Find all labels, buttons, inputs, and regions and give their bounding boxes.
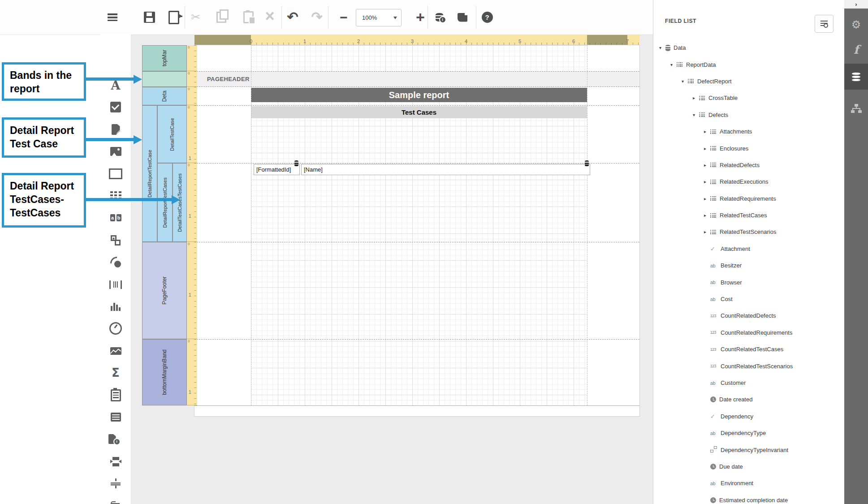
toolbox-page-info-control[interactable]: i (100, 432, 131, 446)
field-list-item[interactable]: Estimated completion date (653, 492, 845, 504)
caret-down-icon[interactable] (670, 62, 677, 67)
caret-right-icon[interactable] (704, 129, 710, 134)
delete-button[interactable] (263, 0, 277, 34)
field-list-item[interactable]: CountRelatedTestCases (653, 341, 845, 358)
toolbox-checkbox-control[interactable] (100, 100, 131, 114)
paste-button[interactable] (241, 0, 255, 34)
toolbox-picture-control[interactable] (100, 145, 131, 158)
caret-down-icon[interactable] (682, 79, 688, 84)
field-list-item[interactable]: Besitzer (653, 257, 845, 274)
export-button[interactable] (167, 0, 181, 34)
field-list-item[interactable]: Due date (653, 458, 845, 475)
caret-down-icon[interactable] (659, 45, 665, 50)
toolbox-page-break-control[interactable] (100, 455, 131, 468)
menu-button[interactable] (106, 0, 119, 34)
field-list-item[interactable]: CountRelatedTestScenarios (653, 358, 845, 374)
caret-right-icon[interactable] (704, 196, 710, 201)
field-list-item[interactable]: Enclosures (653, 140, 845, 156)
toolbox-barcode-control[interactable] (100, 278, 131, 291)
band-top-margin[interactable]: topMar (142, 45, 187, 71)
field-list-item[interactable]: ReportData (653, 56, 845, 73)
copy-button[interactable] (214, 0, 229, 34)
vertical-ruler-segment: 0 (187, 87, 197, 105)
field-list-item[interactable]: RelatedTestScenarios (653, 224, 845, 240)
field-list-item[interactable]: CrossTable (653, 90, 845, 106)
field-list-item[interactable]: Date created (653, 391, 845, 408)
toolbox-richtext-control[interactable] (100, 123, 131, 136)
field-list-item[interactable]: RelatedDefects (653, 157, 845, 173)
field-list-item[interactable]: CountRelatedRequirements (653, 324, 845, 341)
toolbox-summary-control[interactable] (100, 366, 131, 379)
toolbox-chart-control[interactable] (100, 300, 131, 313)
toolbox-table-of-contents-control[interactable] (100, 410, 131, 424)
undo-button[interactable] (285, 0, 300, 34)
callout-arrow (86, 198, 172, 201)
toolbox-shape-control[interactable] (100, 255, 131, 269)
field-list-item[interactable]: RelatedRequirements (653, 190, 845, 207)
field-cell-formatted-id[interactable]: [FormattedId] (254, 164, 300, 175)
toolbox-cross-band-box-control[interactable] (100, 499, 131, 504)
sidebar-properties-button[interactable]: ⚙ (844, 12, 868, 37)
scripts-button[interactable] (454, 0, 471, 34)
band-page-footer[interactable]: PageFooter (142, 242, 187, 339)
band-bottom-margin[interactable]: bottomMarginBand (142, 339, 187, 405)
toolbox-line-control[interactable] (100, 233, 131, 247)
validate-bindings-button[interactable] (431, 0, 447, 34)
zoom-level-dropdown[interactable]: 100% (356, 9, 402, 26)
report-title-label[interactable]: Sample report (251, 88, 587, 102)
zoom-out-button[interactable] (337, 0, 351, 34)
band-detail-test-case[interactable]: DetailTestCase (157, 105, 187, 163)
save-button[interactable] (143, 0, 156, 34)
field-list-item[interactable]: Environment (653, 475, 845, 491)
field-list-item[interactable]: Customer (653, 375, 845, 391)
page-header-band-strip[interactable]: PAGEHEADER (194, 71, 639, 87)
field-list-item[interactable]: Attachments (653, 123, 845, 140)
caret-right-icon[interactable] (704, 179, 710, 184)
band-separator (194, 105, 639, 106)
toolbox-panel-control[interactable] (100, 167, 131, 181)
caret-right-icon[interactable] (704, 229, 710, 234)
toolbox-cross-band-line-control[interactable] (100, 477, 131, 490)
field-list-item[interactable]: Data (653, 39, 845, 56)
band-detail-report-test-cases[interactable]: DetailReportTestCases (157, 163, 173, 242)
field-list-item[interactable]: CountRelatedDefects (653, 307, 845, 324)
date-field-icon (710, 396, 716, 402)
field-list-item[interactable]: Cost (653, 291, 845, 307)
collapse-panel-button[interactable]: › (844, 0, 868, 9)
field-list-item[interactable]: Dependency (653, 408, 845, 425)
field-list-item[interactable]: Attachment (653, 241, 845, 257)
field-list-options-button[interactable] (815, 15, 833, 33)
help-button[interactable] (479, 0, 495, 34)
band-detail[interactable]: Deta (142, 87, 187, 105)
field-list-item[interactable]: DependencyTypeInvariant (653, 441, 845, 458)
caret-right-icon[interactable] (704, 146, 710, 151)
field-list-item[interactable]: RelatedExecutions (653, 173, 845, 190)
caret-down-icon[interactable] (693, 112, 699, 117)
field-list-item[interactable]: DependencyType (653, 425, 845, 441)
cut-button[interactable] (189, 0, 203, 34)
zoom-out-icon (340, 10, 348, 25)
band-detail-report-test-case[interactable]: DetailReportTestCase (142, 105, 157, 242)
field-list-item[interactable]: DefectReport (653, 73, 845, 90)
caret-right-icon[interactable] (704, 163, 710, 168)
caret-right-icon[interactable] (704, 213, 710, 218)
sidebar-expressions-button[interactable]: f (844, 37, 868, 62)
field-list-item[interactable]: Defects (653, 107, 845, 123)
shape-icon (110, 257, 121, 267)
toolbox-sparkline-control[interactable] (100, 344, 131, 358)
sidebar-report-explorer-button[interactable] (844, 96, 868, 121)
zoom-in-button[interactable] (413, 0, 428, 34)
caret-right-icon[interactable] (693, 95, 699, 100)
section-title-label[interactable]: Test Cases (251, 106, 587, 118)
field-list-item[interactable]: RelatedTestCases (653, 207, 845, 224)
toolbox-pivot-grid-control[interactable] (100, 388, 131, 402)
toolbox-character-comb-control[interactable] (100, 211, 131, 224)
field-cell-name[interactable]: [Name] (301, 164, 590, 175)
toolbox-gauge-control[interactable] (100, 322, 131, 335)
field-list-item-label: RelatedTestScenarios (720, 228, 776, 235)
ruler-number: 5 (518, 39, 521, 44)
sidebar-field-list-button[interactable] (844, 64, 868, 90)
redo-button[interactable] (309, 0, 324, 34)
band-page-header[interactable] (142, 71, 187, 87)
field-list-item[interactable]: Browser (653, 274, 845, 290)
